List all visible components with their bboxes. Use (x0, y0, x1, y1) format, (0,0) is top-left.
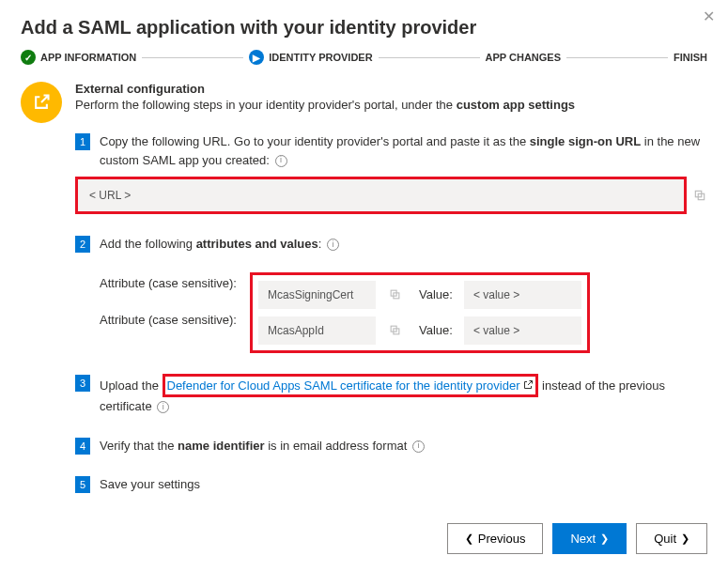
step-number: 2 (75, 236, 90, 253)
instruction-step-1: 1 Copy the following URL. Go to your ide… (75, 132, 707, 214)
copy-icon[interactable] (387, 323, 402, 338)
step-text-post: is in email address format (265, 439, 408, 453)
info-icon[interactable]: i (412, 440, 425, 453)
step-label: IDENTITY PROVIDER (269, 52, 372, 63)
step-number: 1 (75, 133, 90, 150)
instruction-step-3: 3 Upload the Defender for Cloud Apps SAM… (75, 374, 707, 416)
wizard-footer: ❮Previous Next❯ Quit❯ (447, 523, 707, 554)
certificate-download-link[interactable]: Defender for Cloud Apps SAML certificate… (167, 377, 520, 395)
info-icon[interactable]: i (157, 401, 169, 413)
attributes-highlight: Value: Value: (250, 272, 590, 353)
step-identity-provider: ▶ IDENTITY PROVIDER (249, 50, 372, 65)
attribute-name-input-2[interactable] (258, 316, 376, 345)
instruction-step-4: 4 Verify that the name identifier is in … (75, 437, 707, 455)
button-label: Previous (478, 532, 526, 546)
close-button[interactable]: ✕ (703, 9, 715, 24)
info-icon[interactable]: i (275, 155, 287, 167)
section-desc-bold: custom app settings (457, 98, 575, 112)
previous-button[interactable]: ❮Previous (447, 523, 544, 554)
chevron-right-icon: ❯ (600, 532, 609, 545)
section-title: External configuration (75, 82, 707, 96)
step-text-bold: attributes and values (196, 237, 318, 251)
attribute-name-input-1[interactable] (258, 281, 376, 309)
next-button[interactable]: Next❯ (552, 523, 627, 554)
value-label: Value: (419, 286, 453, 304)
certificate-link-highlight: Defender for Cloud Apps SAML certificate… (163, 374, 539, 398)
check-icon: ✓ (21, 50, 36, 65)
wizard-stepper: ✓ APP INFORMATION ▶ IDENTITY PROVIDER AP… (21, 50, 707, 65)
step-divider (142, 57, 243, 58)
step-label: FINISH (674, 52, 707, 63)
attribute-label: Attribute (case sensitive): (100, 274, 250, 293)
step-text-pre: Copy the following URL. Go to your ident… (100, 134, 530, 148)
step-text-pre: Upload the (100, 378, 163, 393)
external-link-icon (522, 379, 534, 391)
button-label: Next (570, 532, 596, 546)
step-divider (566, 57, 668, 58)
step-text-pre: Verify that the (100, 439, 178, 453)
step-finish: FINISH (674, 52, 707, 63)
instruction-step-2: 2 Add the following attributes and value… (75, 235, 707, 353)
step-number: 5 (75, 476, 90, 493)
section-desc-text: Perform the following steps in your iden… (75, 98, 457, 112)
step-text-pre: Add the following (100, 237, 196, 251)
attribute-value-input-1[interactable] (464, 281, 581, 309)
step-text-bold: name identifier (178, 439, 264, 453)
section-description: Perform the following steps in your iden… (75, 98, 707, 112)
instruction-step-5: 5 Save your settings (75, 475, 707, 494)
step-label: APP INFORMATION (40, 52, 136, 63)
value-label: Value: (419, 321, 453, 340)
step-text-post: : (318, 237, 322, 251)
step-app-information: ✓ APP INFORMATION (21, 50, 136, 65)
attribute-label: Attribute (case sensitive): (100, 311, 250, 330)
step-divider (379, 57, 480, 58)
step-label: APP CHANGES (486, 52, 561, 63)
url-field[interactable]: < URL > (75, 177, 687, 214)
step-number: 4 (75, 438, 90, 455)
external-config-icon (21, 82, 62, 123)
info-icon[interactable]: i (327, 239, 339, 251)
step-app-changes: APP CHANGES (486, 52, 561, 63)
quit-button[interactable]: Quit❯ (636, 523, 707, 554)
page-title: Add a SAML application with your identit… (21, 17, 707, 39)
step-number: 3 (75, 375, 90, 392)
button-label: Quit (654, 532, 676, 546)
copy-icon[interactable] (387, 287, 402, 302)
chevron-right-icon: ❯ (681, 532, 689, 545)
step-text-bold: single sign-on URL (530, 134, 641, 148)
attribute-value-input-2[interactable] (464, 316, 581, 345)
step-text: Save your settings (100, 475, 707, 494)
chevron-left-icon: ❮ (465, 532, 473, 545)
copy-icon[interactable] (692, 188, 707, 203)
arrow-icon: ▶ (249, 50, 264, 65)
